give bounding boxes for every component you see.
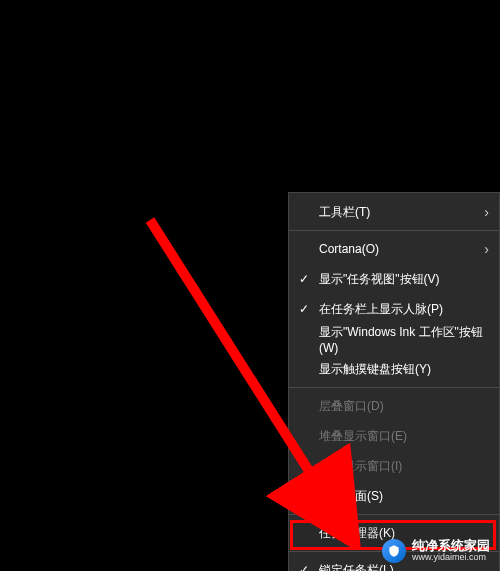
menu-item-toolbars[interactable]: 工具栏(T) bbox=[289, 197, 499, 227]
menu-separator bbox=[289, 387, 499, 388]
menu-item-label: 并排显示窗口(I) bbox=[319, 458, 402, 475]
menu-item-label: 显示"任务视图"按钮(V) bbox=[319, 271, 440, 288]
menu-item-task-view[interactable]: ✓显示"任务视图"按钮(V) bbox=[289, 264, 499, 294]
check-icon: ✓ bbox=[299, 272, 309, 286]
watermark-title: 纯净系统家园 bbox=[412, 539, 490, 553]
watermark-logo-icon bbox=[382, 539, 406, 563]
check-icon: ✓ bbox=[299, 563, 309, 571]
menu-item-label: 显示触摸键盘按钮(Y) bbox=[319, 361, 431, 378]
menu-item-label: 层叠窗口(D) bbox=[319, 398, 384, 415]
menu-item-ink[interactable]: 显示"Windows Ink 工作区"按钮(W) bbox=[289, 324, 499, 354]
menu-item-label: 工具栏(T) bbox=[319, 204, 370, 221]
menu-item-side-by-side: 并排显示窗口(I) bbox=[289, 451, 499, 481]
menu-item-label: 在任务栏上显示人脉(P) bbox=[319, 301, 443, 318]
menu-item-label: Cortana(O) bbox=[319, 242, 379, 256]
menu-item-show-desktop[interactable]: 显示桌面(S) bbox=[289, 481, 499, 511]
taskbar-context-menu: 工具栏(T)Cortana(O)✓显示"任务视图"按钮(V)✓在任务栏上显示人脉… bbox=[288, 192, 500, 571]
menu-item-people[interactable]: ✓在任务栏上显示人脉(P) bbox=[289, 294, 499, 324]
check-icon: ✓ bbox=[299, 302, 309, 316]
menu-item-label: 显示桌面(S) bbox=[319, 488, 383, 505]
menu-item-cascade: 层叠窗口(D) bbox=[289, 391, 499, 421]
menu-item-cortana[interactable]: Cortana(O) bbox=[289, 234, 499, 264]
menu-separator bbox=[289, 514, 499, 515]
menu-item-stacked: 堆叠显示窗口(E) bbox=[289, 421, 499, 451]
watermark: 纯净系统家园 www.yidaimei.com bbox=[382, 539, 490, 563]
menu-item-touch-keyboard[interactable]: 显示触摸键盘按钮(Y) bbox=[289, 354, 499, 384]
menu-separator bbox=[289, 230, 499, 231]
watermark-url: www.yidaimei.com bbox=[412, 553, 490, 563]
menu-item-label: 显示"Windows Ink 工作区"按钮(W) bbox=[319, 324, 489, 355]
menu-item-label: 堆叠显示窗口(E) bbox=[319, 428, 407, 445]
